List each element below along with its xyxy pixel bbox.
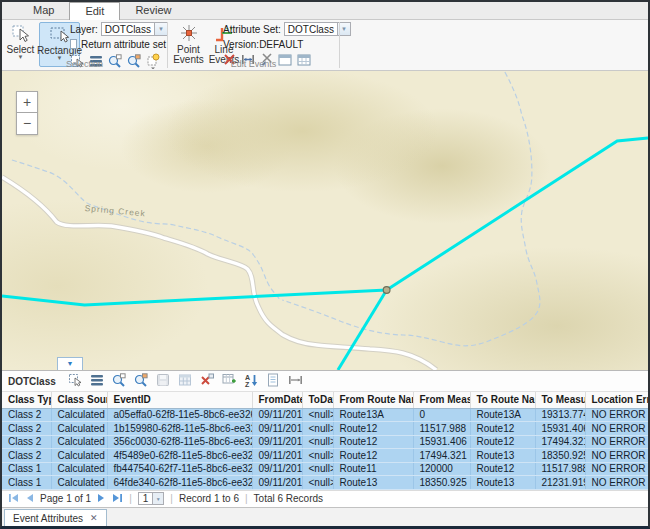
tab-edit[interactable]: Edit [69,2,120,21]
ribbon-tab-strip: Map Edit Review [2,2,648,20]
table-toolbar: DOTClass AZ [2,371,648,392]
pager-separator: | [170,493,173,504]
table-cell: 09/11/2015 [252,408,302,422]
zoom-to-selected-icon[interactable] [112,373,126,389]
table-cell: <null> [302,462,333,476]
table-cell: Route12 [333,422,413,436]
column-header[interactable]: To Measure [535,392,585,408]
table-row[interactable]: Class 2Calculateda05effa0-62f8-11e5-8bc6… [2,408,648,422]
tab-map[interactable]: Map [18,2,69,20]
table-cell: <null> [302,476,333,490]
tab-event-attributes[interactable]: Event Attributes ✕ [4,509,107,526]
delete-rows-icon[interactable] [200,373,214,389]
column-header[interactable]: Location Error [585,392,648,408]
table-cell: Class 2 [2,408,51,422]
event-line-northeast[interactable] [387,138,648,290]
page-number-select[interactable]: 1 ▼ [138,492,165,505]
next-page-icon[interactable] [97,493,106,505]
first-page-icon[interactable] [8,493,19,505]
return-attribute-set-checkbox[interactable] [70,39,77,49]
table-cell: 11517.988 [535,462,585,476]
table-cell: 356c0030-62f8-11e5-8bc6-ee32641d5ec9 [107,435,252,449]
tab-review[interactable]: Review [120,2,186,20]
table-cell: 0 [413,408,470,422]
event-editor-window: Map Edit Review Select ▼ Rectangle ▼ Lay… [0,0,650,529]
table-cell: 09/11/2015 [252,422,302,436]
table-cell: 21231.919 [535,476,585,490]
event-line-west[interactable] [2,290,387,305]
table-cell: Route12 [470,462,535,476]
event-junction-node[interactable] [383,287,390,294]
event-table-wrap: Class TypeClass SourceEventIDFromDateToD… [2,392,648,490]
event-attributes-tab-label: Event Attributes [13,513,83,524]
table-cell: Calculated [51,476,107,490]
table-row[interactable]: Class 1Calculated64fde340-62f8-11e5-8bc6… [2,476,648,490]
last-page-icon[interactable] [112,493,123,505]
event-table: Class TypeClass SourceEventIDFromDateToD… [2,392,649,490]
column-header[interactable]: ToDate [302,392,333,408]
column-header[interactable]: From Measure [413,392,470,408]
table-pager: Page 1 of 1 | 1 ▼ | Record 1 to 6 | Tota… [2,490,648,507]
table-row[interactable]: Class 2Calculated1b159980-62f8-11e5-8bc6… [2,422,648,436]
table-cell: NO ERROR [585,462,648,476]
select-rows-icon[interactable] [68,373,82,389]
table-cell: <null> [302,435,333,449]
page-number-dropdown-icon[interactable]: ▼ [152,493,163,504]
measure-range-icon[interactable] [288,373,303,389]
zoom-out-button[interactable]: − [16,113,38,135]
return-attribute-set-label: Return attribute set [81,39,166,50]
table-cell: NO ERROR [585,449,648,463]
creek-line [12,160,279,299]
layer-dropdown-arrow-icon[interactable]: ▼ [154,23,167,35]
column-header[interactable]: Class Source [51,392,107,408]
previous-page-icon[interactable] [25,493,34,505]
table-cell: Route12 [333,435,413,449]
column-header[interactable]: Class Type [2,392,51,408]
table-cell: 09/11/2015 [252,462,302,476]
table-cell: 18350.925 [535,449,585,463]
table-cell: NO ERROR [585,476,648,490]
attribute-set-dropdown[interactable]: DOTClass ▼ [284,22,351,36]
rectangle-select-icon [49,25,71,46]
road [2,177,436,370]
table-cell: Route13 [470,476,535,490]
close-tab-icon[interactable]: ✕ [90,513,98,523]
event-line-south[interactable] [338,290,387,370]
column-header[interactable]: To Route Name [470,392,535,408]
table-cell: Class 2 [2,435,51,449]
map-zoom-control: + − [16,91,38,135]
zoom-in-button[interactable]: + [16,91,38,113]
table-cell: Calculated [51,462,107,476]
table-cell: Calculated [51,435,107,449]
table-cell: Calculated [51,408,107,422]
notes-icon[interactable] [266,373,280,389]
table-cell: 11517.988 [413,422,470,436]
column-header[interactable]: EventID [107,392,252,408]
table-cell: NO ERROR [585,435,648,449]
pan-to-selected-icon[interactable] [134,373,148,389]
attribute-set-dropdown-value: DOTClass [285,24,337,35]
attribute-grid-icon[interactable] [178,373,192,389]
total-records-label: Total 6 Records [254,493,323,504]
show-selection-icon[interactable] [90,373,104,389]
svg-text:A: A [245,374,250,381]
sort-icon[interactable]: AZ [244,373,258,389]
collapse-panel-button[interactable]: ▼ [57,357,83,370]
map-canvas[interactable]: Spring Creek + − ▼ [2,71,648,370]
table-cell: Route13 [470,449,535,463]
layer-dropdown[interactable]: DOTClass ▼ [101,22,168,36]
add-to-table-icon[interactable] [222,373,236,389]
table-cell: Route12 [470,435,535,449]
table-row[interactable]: Class 1Calculatedfb447540-62f7-11e5-8bc6… [2,462,648,476]
table-cell: Class 2 [2,449,51,463]
table-row[interactable]: Class 2Calculated4f5489e0-62f8-11e5-8bc6… [2,449,648,463]
table-cell: Route11 [333,462,413,476]
column-header[interactable]: From Route Name [333,392,413,408]
table-row[interactable]: Class 2Calculated356c0030-62f8-11e5-8bc6… [2,435,648,449]
table-cell: 19313.774 [535,408,585,422]
save-icon[interactable] [156,373,170,389]
table-cell: Class 1 [2,476,51,490]
table-cell: 18350.925 [413,476,470,490]
svg-text:Z: Z [245,381,250,388]
column-header[interactable]: FromDate [252,392,302,408]
